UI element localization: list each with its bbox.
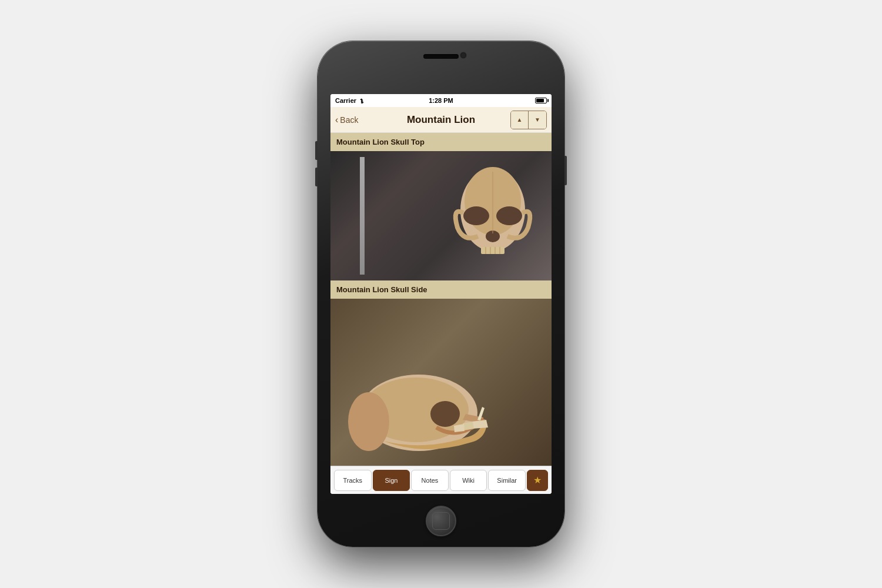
nav-down-button[interactable]: ▼ [529,111,546,129]
tab-similar[interactable]: Similar [488,470,526,491]
svg-point-13 [430,401,460,427]
tab-sign[interactable]: Sign [373,470,410,491]
skull-side-svg [336,372,501,466]
skull-top-svg [446,160,540,272]
tab-notes[interactable]: Notes [411,470,449,491]
star-icon: ★ [533,475,542,486]
battery-fill [536,99,544,102]
ruler [360,157,365,275]
home-button[interactable] [426,506,456,536]
phone-scene: Carrier 𝧌 1:28 PM ‹ Back Mountain Lion [318,41,564,547]
phone-shell: Carrier 𝧌 1:28 PM ‹ Back Mountain Lion [318,41,564,547]
skull-side-image [330,299,552,466]
svg-point-14 [348,392,389,451]
nav-arrows-group: ▲ ▼ [510,111,547,129]
status-time: 1:28 PM [429,97,453,104]
speaker-slot [423,54,459,59]
screen: Carrier 𝧌 1:28 PM ‹ Back Mountain Lion [330,94,552,494]
volume-up-button[interactable] [315,141,318,160]
status-left: Carrier 𝧌 [335,97,365,104]
nav-title: Mountain Lion [407,114,475,126]
camera [460,52,467,59]
navigation-bar: ‹ Back Mountain Lion ▲ ▼ [330,107,552,133]
skull-top-image [330,151,552,280]
tab-wiki[interactable]: Wiki [450,470,487,491]
section-header-skull-side: Mountain Lion Skull Side [330,280,552,299]
status-bar: Carrier 𝧌 1:28 PM [330,94,552,107]
section-header-skull-top: Mountain Lion Skull Top [330,133,552,151]
svg-point-2 [463,206,489,225]
carrier-label: Carrier [335,97,356,104]
home-button-inner [432,512,450,530]
tab-tracks[interactable]: Tracks [334,470,372,491]
tab-favorite-button[interactable]: ★ [527,470,548,491]
back-label: Back [340,115,358,125]
tab-bar: Tracks Sign Notes Wiki Similar [330,466,552,494]
volume-down-button[interactable] [315,168,318,186]
chevron-left-icon: ‹ [335,115,338,125]
svg-rect-6 [481,247,505,254]
status-right [535,98,547,103]
wifi-icon: 𝧌 [359,97,365,104]
power-button[interactable] [564,156,567,185]
nav-up-button[interactable]: ▲ [511,111,529,129]
content-area: Mountain Lion Skull Top [330,133,552,494]
svg-point-3 [496,206,522,225]
back-button[interactable]: ‹ Back [335,115,358,125]
battery-icon [535,98,547,103]
